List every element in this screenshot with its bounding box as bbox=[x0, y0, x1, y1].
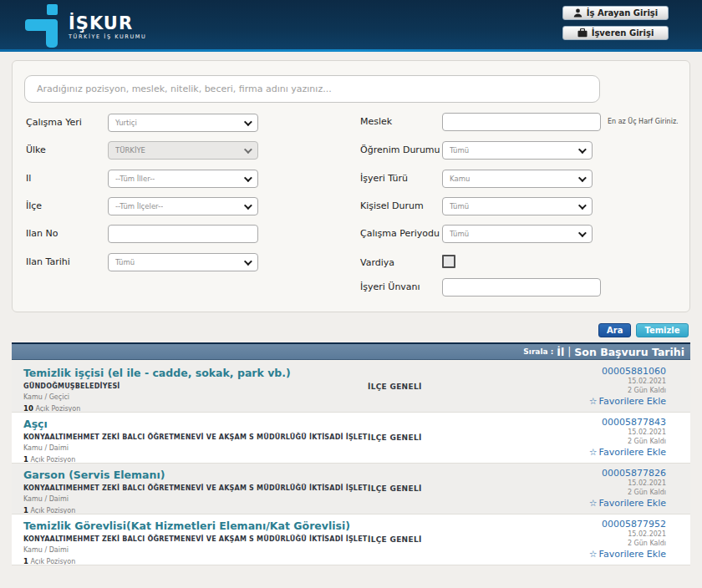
chevron-down-icon bbox=[244, 118, 252, 126]
job-employment-type: Kamu / Daimi bbox=[23, 444, 368, 452]
employer-login-button[interactable]: İşveren Girişi bbox=[562, 26, 669, 40]
job-location: İLÇE GENELİ bbox=[368, 535, 422, 544]
job-title-link[interactable]: Aşçı bbox=[23, 418, 368, 430]
ulke-label: Ülke bbox=[26, 141, 46, 160]
calisma-yeri-select[interactable]: Yurtiçi bbox=[108, 114, 258, 132]
job-open-positions: 1 Açık Pozisyon bbox=[23, 557, 368, 565]
job-summary: Temizlik işçisi (el ile - cadde, sokak, … bbox=[12, 362, 368, 412]
kisisel-durum-label: Kişisel Durum bbox=[360, 197, 424, 215]
add-to-favorites-link[interactable]: ☆Favorilere Ekle bbox=[523, 498, 666, 509]
ilan-no-input[interactable] bbox=[108, 225, 258, 243]
il-select[interactable]: --Tüm İller-- bbox=[108, 170, 258, 188]
job-last-date: 15.02.2021 bbox=[523, 377, 666, 386]
table-row: Temizlik işçisi (el ile - cadde, sokak, … bbox=[12, 362, 690, 413]
filter-actions: Ara Temizle bbox=[598, 323, 689, 337]
job-location-cell: İLÇE GENELİ bbox=[368, 514, 523, 565]
job-title-link[interactable]: Temizlik işçisi (el ile - cadde, sokak, … bbox=[23, 367, 368, 379]
job-ad-number: 00005877826 bbox=[523, 468, 666, 479]
job-meta-cell: 00005877843 15.02.2021 2 Gün Kaldı ☆Favo… bbox=[523, 413, 690, 463]
job-results-list: Temizlik işçisi (el ile - cadde, sokak, … bbox=[12, 362, 690, 565]
logo-text: İŞKUR TÜRKİYE İŞ KURUMU bbox=[69, 14, 146, 40]
iskur-logo[interactable]: İŞKUR TÜRKİYE İŞ KURUMU bbox=[25, 3, 146, 49]
ogrenim-durumu-select[interactable]: Tümü bbox=[442, 141, 593, 160]
chevron-down-icon bbox=[578, 145, 587, 154]
table-row: Aşçı KONYAALTIMEHMET ZEKİ BALCI ÖĞRETMEN… bbox=[12, 413, 690, 464]
job-location: İLÇE GENELİ bbox=[368, 484, 422, 493]
sort-prefix: Sırala : bbox=[523, 347, 553, 356]
job-meta-cell: 00005881060 15.02.2021 2 Gün Kaldı ☆Favo… bbox=[523, 362, 690, 412]
chevron-down-icon bbox=[244, 257, 252, 266]
ilce-label: İlçe bbox=[26, 197, 42, 215]
clear-button[interactable]: Temizle bbox=[636, 323, 688, 337]
person-icon bbox=[573, 8, 582, 18]
chevron-down-icon bbox=[578, 229, 587, 237]
job-employer: KONYAALTIMEHMET ZEKİ BALCI ÖĞRETMENEVİ V… bbox=[23, 484, 368, 492]
job-location-cell: İLÇE GENELİ bbox=[368, 464, 523, 514]
job-employer: GÜNDOĞMUŞBELEDİYESİ bbox=[23, 383, 368, 390]
meslek-label: Meslek bbox=[360, 113, 392, 131]
iskur-logo-icon bbox=[25, 3, 62, 49]
sort-by-date-link[interactable]: Son Başvuru Tarihi bbox=[574, 346, 684, 358]
header-accent-strip bbox=[0, 49, 702, 52]
add-to-favorites-link[interactable]: ☆Favorilere Ekle bbox=[523, 447, 666, 459]
job-seeker-login-button[interactable]: İş Arayan Girişi bbox=[562, 6, 669, 20]
meslek-input[interactable] bbox=[442, 113, 601, 131]
app-header: İŞKUR TÜRKİYE İŞ KURUMU İş Arayan Girişi… bbox=[0, 0, 702, 49]
star-icon: ☆ bbox=[589, 549, 598, 560]
job-ad-number: 00005881060 bbox=[523, 366, 666, 377]
chevron-down-icon bbox=[244, 201, 252, 210]
calisma-periyodu-select[interactable]: Tümü bbox=[442, 225, 593, 243]
meslek-hint: En az Üç Harf Giriniz. bbox=[608, 113, 679, 131]
job-location: İLÇE GENELİ bbox=[368, 383, 422, 391]
add-to-favorites-link[interactable]: ☆Favorilere Ekle bbox=[523, 396, 666, 408]
job-seeker-login-label: İş Arayan Girişi bbox=[587, 8, 659, 18]
job-days-left: 2 Gün Kaldı bbox=[523, 386, 666, 395]
vardiya-checkbox[interactable] bbox=[442, 255, 455, 268]
chevron-down-icon bbox=[244, 145, 252, 154]
kisisel-durum-select[interactable]: Tümü bbox=[442, 197, 593, 215]
ilce-select[interactable]: --Tüm İlçeler-- bbox=[108, 197, 258, 215]
job-employment-type: Kamu / Geçici bbox=[23, 393, 368, 401]
keyword-search-input[interactable] bbox=[24, 75, 600, 103]
job-open-positions: 10 Açık Pozisyon bbox=[23, 404, 368, 412]
il-label: Il bbox=[26, 170, 31, 188]
sort-bar: Sırala : İl | Son Başvuru Tarihi bbox=[12, 342, 690, 360]
job-last-date: 15.02.2021 bbox=[523, 428, 666, 437]
job-days-left: 2 Gün Kaldı bbox=[523, 539, 666, 548]
employer-login-label: İşveren Girişi bbox=[592, 28, 654, 38]
sort-separator: | bbox=[567, 346, 571, 357]
isyeri-unvani-label: İşyeri Ünvanı bbox=[360, 278, 420, 297]
job-title-link[interactable]: Garson (Servis Elemanı) bbox=[23, 469, 368, 481]
isyeri-unvani-input[interactable] bbox=[442, 278, 601, 297]
job-open-positions: 1 Açık Pozisyon bbox=[23, 506, 368, 514]
login-buttons: İş Arayan Girişi İşveren Girişi bbox=[562, 6, 669, 40]
star-icon: ☆ bbox=[589, 447, 598, 458]
job-employer: KONYAALTIMEHMET ZEKİ BALCI ÖĞRETMENEVİ V… bbox=[23, 433, 368, 441]
logo-subtitle: TÜRKİYE İŞ KURUMU bbox=[69, 33, 146, 40]
job-location-cell: İLÇE GENELİ bbox=[368, 362, 523, 412]
ogrenim-durumu-label: Öğrenim Durumu bbox=[360, 141, 440, 160]
ilan-tarihi-select[interactable]: Tümü bbox=[108, 253, 258, 271]
table-row: Temizlik Görevlisi(Kat Hizmetleri Eleman… bbox=[12, 514, 690, 565]
isyeri-turu-select[interactable]: Kamu bbox=[442, 170, 593, 188]
job-ad-number: 00005877843 bbox=[523, 417, 666, 428]
job-ad-number: 00005877952 bbox=[523, 519, 666, 530]
job-summary: Aşçı KONYAALTIMEHMET ZEKİ BALCI ÖĞRETMEN… bbox=[12, 413, 368, 463]
job-last-date: 15.02.2021 bbox=[523, 479, 666, 488]
star-icon: ☆ bbox=[589, 396, 598, 407]
job-location-cell: İLÇE GENELİ bbox=[368, 413, 523, 463]
calisma-yeri-label: Çalışma Yeri bbox=[26, 114, 82, 132]
job-days-left: 2 Gün Kaldı bbox=[523, 488, 666, 497]
search-button[interactable]: Ara bbox=[598, 323, 631, 337]
ilan-tarihi-label: Ilan Tarihi bbox=[26, 253, 70, 271]
job-employment-type: Kamu / Daimi bbox=[23, 546, 368, 554]
star-icon: ☆ bbox=[589, 498, 598, 509]
job-meta-cell: 00005877826 15.02.2021 2 Gün Kaldı ☆Favo… bbox=[523, 464, 690, 514]
sort-by-il-link[interactable]: İl bbox=[557, 346, 564, 358]
table-row: Garson (Servis Elemanı) KONYAALTIMEHMET … bbox=[12, 464, 690, 514]
chevron-down-icon bbox=[578, 201, 587, 210]
add-to-favorites-link[interactable]: ☆Favorilere Ekle bbox=[523, 549, 666, 560]
job-employment-type: Kamu / Daimi bbox=[23, 495, 368, 503]
vardiya-label: Vardiya bbox=[360, 254, 394, 272]
job-title-link[interactable]: Temizlik Görevlisi(Kat Hizmetleri Eleman… bbox=[23, 520, 368, 532]
